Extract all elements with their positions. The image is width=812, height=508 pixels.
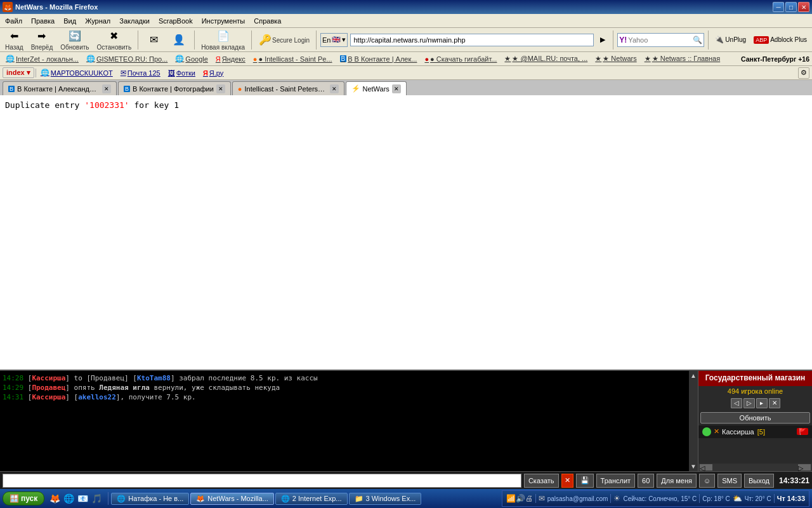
cancel-button[interactable]: ✕ [561, 474, 573, 488]
tab-2[interactable]: ● Intellicast - Saint Petersburg W... ✕ [232, 81, 344, 95]
bk-interzet[interactable]: 🌐 InterZet - локальн... [3, 54, 82, 64]
email-button[interactable]: ✉ [142, 32, 165, 48]
tray-weather-icon[interactable]: ☀ [613, 494, 620, 503]
bk-yaru[interactable]: Я Я.ру [200, 69, 226, 77]
browser-content: Duplicate entry '1002331' for key 1 [0, 95, 812, 370]
bk-intellicast-icon: ● [253, 55, 258, 63]
tray-temp2: Чт: 20° С [745, 495, 771, 502]
bk-martov[interactable]: 🌐 МАРТОВСКUUKOT [37, 68, 116, 77]
taskbar-app-3[interactable]: 📁 3 Windows Ex... [349, 493, 422, 505]
refresh-button[interactable]: 🔄 Обновить [58, 28, 91, 52]
panel-btn-0[interactable]: ◁ [731, 398, 742, 408]
lang-selector[interactable]: En 🇬🇧 ▾ [320, 33, 348, 47]
num-button[interactable]: 60 [638, 474, 654, 488]
tab-0[interactable]: B В Контакте | Александр *МО... ✕ [3, 81, 117, 95]
bk-netwars2[interactable]: ★ ★ Netwars :: Главная [641, 54, 724, 64]
tab-3-close[interactable]: ✕ [392, 84, 401, 93]
back-button[interactable]: ⬅ Назад [3, 28, 26, 52]
h-scrollbar[interactable]: ◁ ▷ [698, 464, 812, 471]
taskbar-app-1[interactable]: 🦊 NetWars - Mozilla... [190, 493, 274, 505]
tab-1-close[interactable]: ✕ [216, 84, 225, 93]
bk-yandex[interactable]: Я Яндекс [213, 55, 249, 64]
chat-scrollbar[interactable]: ▲ ▼ [689, 371, 698, 471]
minimize-button[interactable]: ─ [773, 2, 784, 12]
forward-button[interactable]: ➡ Вперёд [29, 28, 56, 52]
menu-scrapbook[interactable]: ScrapBook [155, 16, 197, 26]
menu-bookmarks[interactable]: Закладки [115, 16, 154, 26]
smile-button[interactable]: ☺ [699, 474, 715, 488]
app-2-icon: 🌐 [281, 495, 290, 503]
stop-button[interactable]: ✖ Остановить [95, 28, 134, 52]
forme-button[interactable]: Для меня [657, 474, 697, 488]
taskbar: 🪟 пуск 🦊 🌐 📧 🎵 🌐 Натафка - Не в... 🦊 Net… [0, 489, 812, 508]
maximize-button[interactable]: □ [785, 2, 797, 12]
scroll-up-btn[interactable]: ▲ [689, 371, 698, 380]
newtab-button[interactable]: 📄 Новая вкладка [199, 28, 247, 52]
refresh-container: Обновить [698, 410, 812, 425]
app-0-icon: 🌐 [117, 495, 126, 503]
ql-ie-icon[interactable]: 🌐 [62, 492, 75, 505]
bk-mail125[interactable]: ✉ Почта 125 [117, 68, 164, 77]
bk-intellicast[interactable]: ● ● Intellicast - Saint Pe... [250, 55, 336, 64]
h-scroll-left[interactable]: ◁ [700, 464, 712, 471]
app-3-icon: 📁 [355, 495, 363, 503]
menu-history[interactable]: Журнал [81, 16, 114, 26]
user-flag-icon[interactable]: 🚩 [797, 428, 808, 435]
bk-photos[interactable]: 🖼 Фотки [165, 69, 199, 77]
ql-firefox-icon[interactable]: 🦊 [48, 492, 61, 505]
address-input[interactable] [350, 34, 594, 46]
taskbar-app-2[interactable]: 🌐 2 Internet Exp... [275, 493, 348, 505]
panel-btn-3[interactable]: ✕ [769, 398, 780, 408]
say-button[interactable]: Сказать [524, 474, 559, 488]
menu-help[interactable]: Справка [250, 16, 285, 26]
adblock-button[interactable]: ABP Adblock Plus [751, 35, 809, 45]
main-content: Duplicate entry '1002331' for key 1 14:2… [0, 95, 812, 503]
close-button[interactable]: ✕ [798, 2, 809, 12]
tab-0-close[interactable]: ✕ [102, 84, 111, 93]
menu-file[interactable]: Файл [1, 16, 26, 26]
chat-input-field[interactable] [3, 474, 521, 488]
user-row: ✕ Кассирша [5] 🚩 [698, 425, 812, 438]
tab-2-close[interactable]: ✕ [330, 84, 339, 93]
ql-mail-icon[interactable]: 📧 [76, 492, 89, 505]
h-scroll-right[interactable]: ▷ [798, 464, 811, 471]
panel-btn-1[interactable]: ▷ [743, 398, 755, 408]
search-icon[interactable]: 🔍 [693, 36, 702, 44]
panel-refresh-button[interactable]: Обновить [700, 412, 810, 424]
bk-mail[interactable]: ★ ★ @MAIL.RU: почта, ... [501, 54, 591, 64]
exit-button[interactable]: Выход [744, 474, 774, 488]
bk-google[interactable]: 🌐 Google [172, 54, 211, 64]
ql-media-icon[interactable]: 🎵 [90, 492, 103, 505]
tab-1[interactable]: B В Контакте | Фотографии ✕ [118, 81, 231, 95]
nav-sep-1 [138, 30, 138, 50]
bk-netwars1[interactable]: ★ ★ Netwars [592, 54, 639, 64]
menu-tools[interactable]: Инструменты [198, 16, 249, 26]
translit-button[interactable]: Транслит [596, 474, 636, 488]
tab-3[interactable]: ⚡ NetWars ✕ [346, 81, 407, 95]
nav-toolbar: ⬅ Назад ➡ Вперёд 🔄 Обновить ✖ Остановить… [0, 28, 812, 52]
start-button[interactable]: 🪟 пуск [3, 491, 44, 505]
profile-button[interactable]: 👤 [167, 32, 190, 48]
disk-button[interactable]: 💾 [576, 474, 594, 488]
bk-index[interactable]: index ▾ [3, 67, 34, 78]
go-button[interactable]: ▶ [596, 34, 609, 45]
panel-btn-2[interactable]: ▸ [756, 398, 768, 408]
search-input[interactable] [628, 36, 691, 44]
bk-download[interactable]: ● ● Скачать гигабайт... [421, 55, 500, 64]
chat-sender-2: Кассирша [32, 393, 65, 401]
go-icon: ▶ [600, 36, 605, 44]
bk-gismeteo[interactable]: 🌐 GISMETEO.RU: Про... [83, 54, 171, 64]
search-box: Y! 🔍 [617, 33, 704, 47]
sms-button[interactable]: SMS [717, 474, 742, 488]
tray-sep2 [610, 494, 611, 503]
bookmarks-settings-button[interactable]: ⚙ [798, 67, 809, 79]
chat-name2-2: akellos22 [78, 393, 116, 401]
bk-vk1[interactable]: B B В Контакте | Алек... [337, 55, 421, 64]
menu-view[interactable]: Вид [60, 16, 80, 26]
securelogin-button[interactable]: 🔑 Secure Login [256, 32, 312, 48]
tray-email-icon[interactable]: ✉ [539, 494, 545, 503]
unplugin-button[interactable]: 🔌 UnPlug [712, 34, 749, 45]
taskbar-app-0[interactable]: 🌐 Натафка - Не в... [111, 493, 189, 505]
scroll-down-btn[interactable]: ▼ [689, 462, 698, 471]
menu-edit[interactable]: Правка [27, 16, 58, 26]
